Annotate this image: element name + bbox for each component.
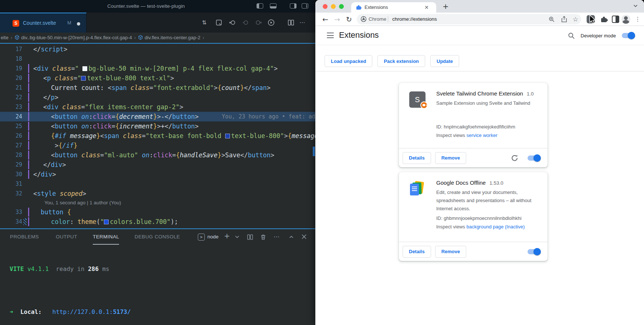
editor-more-actions-icon[interactable]: ⋯ [299,19,305,26]
mouse-cursor [589,15,597,24]
forward-icon[interactable]: → [334,13,340,26]
extensions-favicon [356,4,362,10]
svelte-icon: S [13,20,19,27]
background-page-link[interactable]: background page (Inactive) [467,224,525,229]
terminal-shell-name[interactable]: node [207,229,218,245]
card-footer: Details Remove [399,242,548,261]
minimize-window-button[interactable] [331,4,336,9]
tab-dirty-dot[interactable] [77,22,80,26]
bookmark-star-icon[interactable]: ☆ [573,14,578,24]
load-unpacked-button[interactable]: Load unpacked [325,55,372,67]
developer-mode-toggle[interactable] [622,33,634,38]
vscode-window-title: Counter.svelte — test-svelte-plugin [0,0,292,13]
service-worker-link[interactable]: service worker [467,133,498,138]
remove-button[interactable]: Remove [435,152,467,164]
close-panel-icon[interactable] [302,234,306,239]
code-line: 28<button class="ml-auto" on:click={hand… [0,150,315,160]
editor-tab-bar: S Counter.svelte M ⇅ ⋯ [0,13,315,33]
search-icon[interactable] [568,32,575,39]
split-terminal-icon[interactable] [247,234,253,240]
chrome-window: Extensions ✕ + ← → ↻ Chrome chrome://ext… [315,0,644,325]
code-line: 17</script> [0,44,315,54]
chrome-menu-icon[interactable]: ⋮ [635,13,641,26]
code-line: 23<div class="flex items-center gap-2"> [0,102,315,112]
tab-modified-badge: M [67,13,71,33]
terminal-line: ➜ Local: http://127.0.0.1:5173/ [0,308,315,316]
zoom-icon[interactable] [548,16,555,23]
side-panel-extension-icon[interactable] [612,16,619,23]
split-editor-icon[interactable] [288,19,294,26]
toggle-secondary-sidebar-icon[interactable] [290,3,296,9]
url-text[interactable]: chrome://extensions [392,14,437,24]
extension-enabled-toggle[interactable] [528,249,540,254]
compare-changes-icon[interactable]: ⇅ [202,19,207,26]
vscode-titlebar: Counter.svelte — test-svelte-plugin [0,0,315,13]
svelte-extension-icon: S [409,91,426,108]
panel-tab-output[interactable]: OUTPUT [56,229,77,245]
tab-counter-svelte[interactable]: S Counter.svelte M [0,13,87,33]
breadcrumb-item-2[interactable]: div.flex.items-center.gap-2 [145,35,200,40]
extension-id: ID: ghbmnnjooekpmoecnnnilnnbdlolhkhi [436,215,542,221]
terminal-dropdown-icon[interactable] [235,235,239,238]
pack-extension-button[interactable]: Pack extension [377,55,425,67]
developer-mode-label: Developer mode [581,33,616,38]
terminal-shell-icon: > [198,234,205,241]
code-line: 21Current count: <span class="font-extra… [0,83,315,93]
browser-tab-extensions[interactable]: Extensions ✕ [351,2,436,13]
kill-terminal-icon[interactable] [260,234,266,240]
breadcrumb-file[interactable]: elte [0,35,9,40]
chrome-tab-strip: Extensions ✕ + [315,0,644,13]
extensions-puzzle-icon[interactable] [600,15,608,23]
customize-layout-icon[interactable] [302,3,308,9]
terminal-line: VITE v4.1.1 ready in 286 ms [0,265,315,273]
menu-hamburger-icon[interactable] [327,33,334,38]
nav-dot-icon[interactable] [243,19,249,26]
terminal-line [0,287,315,294]
tab-title: Extensions [365,2,388,13]
code-line: 26{#if message}<span class="text-base fo… [0,131,315,141]
screen: Counter.svelte — test-svelte-plugin S Co… [0,0,644,325]
new-terminal-icon[interactable]: + [224,232,230,239]
reload-extension-icon[interactable] [511,154,518,162]
run-icon[interactable] [268,19,275,26]
panel-tab-debug-console[interactable]: DEBUG CONSOLE [135,229,180,245]
toggle-panel-icon[interactable] [270,3,277,9]
open-preview-icon[interactable] [216,19,222,26]
toggle-sidebar-icon[interactable] [257,3,263,9]
code-line: 24<button on:click={decrement}>-</button… [0,112,315,121]
code-line: 25<button on:click={increment}>+</button… [0,121,315,131]
code-line: 30</div> [0,170,315,179]
extension-enabled-toggle[interactable] [528,155,540,161]
zoom-window-button[interactable] [339,4,344,9]
nav-forward-icon[interactable] [255,19,262,26]
maximize-panel-icon[interactable] [289,235,294,238]
code-line: 29</div> [0,160,315,170]
extensions-header: Extensions Developer mode [315,26,644,45]
code-editor[interactable]: 17</script>1819<div class=" bg-blue-50 m… [0,44,315,228]
code-line: 27>{/if} [0,141,315,150]
back-icon[interactable]: ← [322,13,328,26]
update-button[interactable]: Update [430,55,459,67]
extension-card-docs-offline: Google Docs Offline1.53.0 Edit, create a… [399,172,548,261]
google-docs-offline-icon [409,181,426,197]
profile-avatar[interactable] [621,15,630,24]
breadcrumb-item-1[interactable]: div..bg-blue-50.min-w-[20rem].p-4.flex.f… [21,35,132,40]
blame-lens: You, 1 second ago | 1 author (You) [0,198,315,207]
reload-icon[interactable]: ↻ [346,13,352,26]
new-tab-button[interactable]: + [443,1,449,12]
close-tab-icon[interactable]: ✕ [424,2,429,13]
tab-search-chevron-icon[interactable] [633,4,638,7]
panel-tab-terminal[interactable]: TERMINAL [93,229,119,245]
nav-back-icon[interactable] [229,19,236,26]
panel-tab-problems[interactable]: PROBLEMS [10,229,39,245]
details-button[interactable]: Details [403,246,431,258]
share-icon[interactable] [561,16,567,23]
panel-more-actions-icon[interactable]: ⋯ [274,233,279,241]
close-window-button[interactable] [323,4,328,9]
address-bar[interactable]: Chrome chrome://extensions ☆ [357,14,581,24]
remove-button[interactable]: Remove [435,246,467,258]
terminal-output[interactable]: VITE v4.1.1 ready in 286 ms ➜ Local: htt… [0,251,315,325]
code-line: 33button { [0,207,315,217]
extension-name: Svelete Tailwind Chrome Extension [436,90,523,97]
details-button[interactable]: Details [403,152,431,164]
